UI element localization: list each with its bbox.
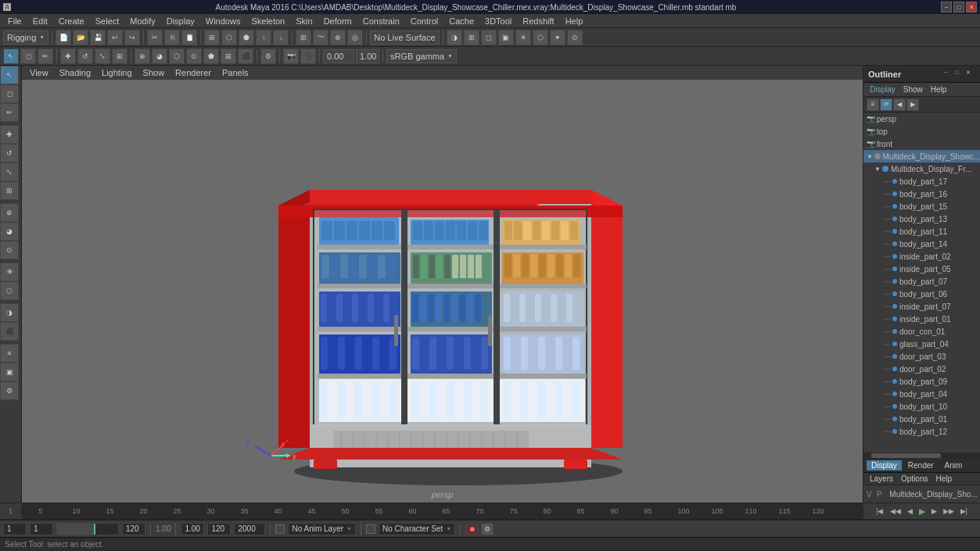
sculpt-btn[interactable]: ◕ bbox=[0, 222, 19, 241]
tree-item-body16[interactable]: — body_part_16 bbox=[863, 188, 980, 200]
tree-item-body17[interactable]: — body_part_17 bbox=[863, 175, 980, 188]
char-set-checkbox[interactable] bbox=[366, 524, 375, 534]
end-frame-field[interactable]: 120 bbox=[122, 523, 145, 535]
range-end-field[interactable]: 120 bbox=[207, 523, 231, 535]
tb-wireframe[interactable]: ⊞ bbox=[464, 30, 479, 45]
tb-unparent[interactable]: ↓ bbox=[273, 30, 289, 45]
vp-menu-panels[interactable]: Panels bbox=[217, 67, 253, 78]
ch-tab-anim[interactable]: Anim bbox=[940, 460, 967, 470]
tb-parent[interactable]: ↑ bbox=[256, 30, 271, 45]
tb-joint[interactable]: ⊙ bbox=[186, 48, 202, 64]
tree-item-door-con-01[interactable]: — door_con_01 bbox=[863, 325, 980, 338]
tb-render-mode[interactable]: ◑ bbox=[447, 30, 462, 45]
tb-soft-mod[interactable]: ⊕ bbox=[135, 48, 150, 64]
autokey-btn[interactable]: ⏺ bbox=[465, 523, 478, 535]
lasso-tool-btn[interactable]: ◻ bbox=[0, 84, 19, 103]
menu-select[interactable]: Select bbox=[91, 16, 124, 27]
maximize-button[interactable]: □ bbox=[953, 2, 964, 13]
anim-layer-checkbox[interactable] bbox=[275, 524, 285, 534]
menu-modify[interactable]: Modify bbox=[125, 16, 160, 27]
tree-item-body04[interactable]: — body_part_04 bbox=[863, 388, 980, 400]
ol-tb-btn-3[interactable]: ◀ bbox=[893, 98, 906, 111]
tree-item-body15[interactable]: — body_part_15 bbox=[863, 200, 980, 213]
outliner-hscrollbar[interactable] bbox=[863, 453, 980, 459]
tb-lasso[interactable]: ◻ bbox=[20, 48, 36, 64]
minimize-button[interactable]: − bbox=[941, 2, 952, 13]
universal-manip-btn[interactable]: ⊞ bbox=[0, 181, 19, 200]
outliner-minimize[interactable]: − bbox=[944, 70, 953, 79]
soft-mod-btn[interactable]: ⊕ bbox=[0, 203, 19, 222]
tree-item-body09[interactable]: — body_part_09 bbox=[863, 375, 980, 388]
menu-skeleton[interactable]: Skeleton bbox=[246, 16, 289, 27]
tb-cut[interactable]: ✂ bbox=[147, 30, 163, 45]
char-set-dropdown[interactable]: No Character Set bbox=[379, 523, 455, 535]
tree-item-inside05[interactable]: — inside_part_05 bbox=[863, 263, 980, 275]
menu-skin[interactable]: Skin bbox=[291, 16, 317, 27]
tl-begin[interactable]: |◀ bbox=[874, 506, 885, 516]
display-layer-btn[interactable]: ⬡ bbox=[0, 281, 19, 300]
tb-sculpt[interactable]: ◕ bbox=[152, 48, 167, 64]
tb-show-manips[interactable]: ⚙ bbox=[260, 48, 276, 64]
vp-menu-lighting[interactable]: Lighting bbox=[97, 67, 137, 78]
ol-menu-display[interactable]: Display bbox=[867, 84, 899, 95]
tb-camera[interactable]: 📷 bbox=[283, 48, 299, 64]
menu-3dtool[interactable]: 3DTool bbox=[480, 16, 516, 27]
menu-redshift[interactable]: Redshift bbox=[518, 16, 558, 27]
tb-paste[interactable]: 📋 bbox=[181, 30, 197, 45]
tb-rotate[interactable]: ↺ bbox=[77, 48, 93, 64]
viewport[interactable]: View Shading Lighting Show Renderer Pane… bbox=[22, 66, 863, 503]
tb-bind[interactable]: ⊞ bbox=[221, 48, 236, 64]
tb-snap-grid[interactable]: ⊞ bbox=[296, 30, 311, 45]
tb-light[interactable]: ☀ bbox=[515, 30, 531, 45]
ch-menu-layers[interactable]: Layers bbox=[867, 474, 896, 483]
tool-settings-btn[interactable]: ⚙ bbox=[0, 381, 19, 400]
render-btn[interactable]: ◑ bbox=[0, 303, 19, 322]
channel-box-btn[interactable]: ▣ bbox=[0, 363, 19, 381]
tree-item-body13[interactable]: — body_part_13 bbox=[863, 213, 980, 225]
tree-item-inside02[interactable]: — inside_part_02 bbox=[863, 250, 980, 263]
tb-snap-surface[interactable]: ◎ bbox=[347, 30, 363, 45]
tb-redo[interactable]: ↪ bbox=[124, 30, 140, 45]
outliner-maximize[interactable]: □ bbox=[955, 70, 964, 79]
ch-tab-display[interactable]: Display bbox=[867, 460, 902, 470]
tree-item-multideck-fr[interactable]: ▼ Multideck_Display_Fr... bbox=[863, 163, 980, 175]
rotate-tool-btn[interactable]: ↺ bbox=[0, 144, 19, 163]
scale-tool-btn[interactable]: ⤡ bbox=[0, 163, 19, 181]
paint-select-btn[interactable]: ✏ bbox=[0, 103, 19, 122]
tb-new[interactable]: 📄 bbox=[56, 30, 71, 45]
tb-snap-curve[interactable]: 〜 bbox=[313, 30, 328, 45]
tb-select-tool[interactable]: ↖ bbox=[3, 48, 19, 64]
menu-deform[interactable]: Deform bbox=[319, 16, 357, 27]
tb-smooth[interactable]: ◻ bbox=[481, 30, 497, 45]
tree-item-door02[interactable]: — door_part_02 bbox=[863, 363, 980, 375]
select-tool-btn[interactable]: ↖ bbox=[0, 66, 19, 84]
ol-menu-show[interactable]: Show bbox=[900, 84, 926, 95]
tl-play[interactable]: ▶ bbox=[917, 506, 928, 517]
tb-xray[interactable]: ✦ bbox=[550, 30, 565, 45]
tb-isolate[interactable]: ⊙ bbox=[567, 30, 583, 45]
tl-prev-key[interactable]: ◀◀ bbox=[888, 506, 903, 516]
tb-cluster[interactable]: ⬡ bbox=[169, 48, 185, 64]
tl-next[interactable]: ▶ bbox=[929, 506, 939, 516]
tb-copy[interactable]: ⎘ bbox=[164, 30, 180, 45]
move-tool-btn[interactable]: ✚ bbox=[0, 125, 19, 144]
ol-tb-btn-4[interactable]: ▶ bbox=[906, 98, 919, 111]
tb-undo[interactable]: ↩ bbox=[107, 30, 123, 45]
menu-constrain[interactable]: Constrain bbox=[358, 16, 404, 27]
tree-item-body11[interactable]: — body_part_11 bbox=[863, 225, 980, 238]
menu-control[interactable]: Control bbox=[406, 16, 443, 27]
outliner-tree[interactable]: 📷 persp 📷 top 📷 front ▼ Multideck_Displa… bbox=[863, 113, 980, 453]
tree-item-body01[interactable]: — body_part_01 bbox=[863, 413, 980, 425]
tree-item-multideck-group[interactable]: ▼ Multideck_Display_Showc... bbox=[863, 150, 980, 163]
settings-btn[interactable]: ⚙ bbox=[481, 523, 494, 535]
tree-item-body07[interactable]: — body_part_07 bbox=[863, 275, 980, 288]
timeline-ruler[interactable]: 5 10 15 20 25 30 35 40 45 50 55 60 65 70… bbox=[22, 503, 863, 519]
ch-menu-options[interactable]: Options bbox=[898, 474, 931, 483]
tl-end[interactable]: ▶| bbox=[958, 506, 970, 516]
tb-ik[interactable]: ⬟ bbox=[203, 48, 219, 64]
menu-cache[interactable]: Cache bbox=[444, 16, 479, 27]
tb-ungroup[interactable]: ⬟ bbox=[239, 30, 254, 45]
tb-weight[interactable]: ⬛ bbox=[238, 48, 253, 64]
ol-menu-help[interactable]: Help bbox=[928, 84, 950, 95]
tb-select-all[interactable]: ⊞ bbox=[204, 30, 220, 45]
